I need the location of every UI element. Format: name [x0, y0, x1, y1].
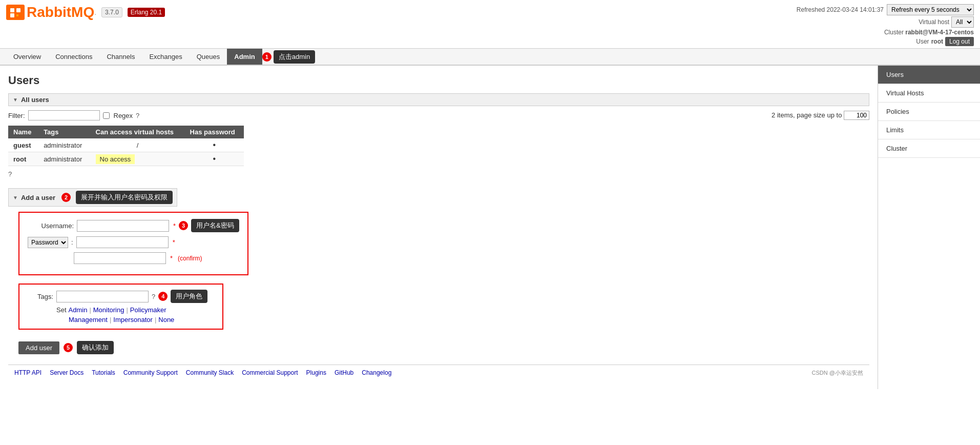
header-right: Refreshed 2022-03-24 14:01:37 Refresh ev…	[797, 4, 974, 46]
col-tags: Tags	[38, 126, 90, 138]
required-star-username: *	[173, 222, 176, 230]
username-row: Username: * 3 用户名&密码	[28, 219, 239, 232]
logout-button[interactable]: Log out	[945, 37, 974, 46]
nav-connections[interactable]: Connections	[48, 49, 99, 65]
items-info: 2 items, page size up to	[772, 111, 869, 120]
nav-queues[interactable]: Queues	[190, 49, 227, 65]
add-user-tooltip: 展开并输入用户名密码及权限	[76, 191, 173, 204]
version-badge: 3.7.0	[101, 7, 122, 17]
footer-community-support[interactable]: Community Support	[123, 369, 178, 377]
all-users-label: All users	[21, 96, 49, 104]
sidebar-item-limits[interactable]: Limits	[878, 121, 980, 139]
col-vhosts: Can access virtual hosts	[91, 126, 185, 138]
arrow-icon: ▼	[13, 97, 18, 103]
user-name-guest[interactable]: guest	[8, 138, 38, 152]
regex-checkbox[interactable]	[103, 112, 110, 119]
nav-admin[interactable]: Admin	[227, 49, 262, 65]
tags-set-row1: Set Admin | Monitoring | Policymaker	[56, 306, 214, 314]
user-row: User root Log out	[797, 37, 974, 46]
user-name-root[interactable]: root	[8, 152, 38, 166]
logo-area: RabbitMQ. 3.7.0 Erlang 20.1	[6, 4, 165, 21]
sidebar-item-policies[interactable]: Policies	[878, 103, 980, 121]
vhost-row: Virtual host All	[797, 16, 974, 28]
footer-commercial-support[interactable]: Commercial Support	[242, 369, 298, 377]
step3-badge: 3	[179, 221, 188, 230]
regex-label: Regex	[114, 112, 133, 119]
tags-form: Tags: ? 4 用户角色 Set Admin | Monitoring |	[18, 284, 223, 330]
filter-input[interactable]	[28, 110, 100, 120]
password-type-select[interactable]: Password Hashed	[28, 237, 68, 248]
add-user-section-header[interactable]: ▼ Add a user 2 展开并输入用户名密码及权限	[8, 188, 177, 207]
svg-rect-1	[16, 8, 20, 12]
footer-github[interactable]: GitHub	[335, 369, 353, 377]
required-star-password: *	[173, 238, 175, 246]
tag-policymaker[interactable]: Policymaker	[130, 306, 166, 314]
content-area: Users ▼ All users Filter: Regex ? 2 item…	[0, 66, 878, 389]
vhost-select[interactable]: All	[951, 16, 974, 28]
footer-server-docs[interactable]: Server Docs	[50, 369, 84, 377]
footer-tutorials[interactable]: Tutorials	[92, 369, 115, 377]
step4-tooltip: 用户角色	[171, 290, 207, 303]
table-row: guest administrator / •	[8, 138, 244, 152]
password-input[interactable]	[76, 236, 169, 248]
sidebar-item-virtual-hosts[interactable]: Virtual Hosts	[878, 84, 980, 103]
footer-changelog[interactable]: Changelog	[362, 369, 391, 377]
tag-monitoring[interactable]: Monitoring	[93, 306, 124, 314]
user-password-root: •	[185, 152, 244, 166]
no-access-badge: No access	[96, 154, 135, 164]
refresh-row: Refreshed 2022-03-24 14:01:37 Refresh ev…	[797, 4, 974, 15]
users-table: Name Tags Can access virtual hosts Has p…	[8, 126, 244, 166]
nav-tooltip-text: 点击admin	[274, 50, 315, 64]
filter-label: Filter:	[8, 112, 25, 119]
password-row: Password Hashed : *	[28, 236, 239, 248]
filter-help[interactable]: ?	[136, 112, 139, 119]
sidebar: Users Virtual Hosts Policies Limits Clus…	[878, 66, 980, 389]
page-size-input[interactable]	[844, 111, 869, 120]
user-vhosts-guest: /	[91, 138, 185, 152]
tag-impersonator[interactable]: Impersonator	[113, 316, 153, 323]
add-user-label: Add a user	[21, 194, 55, 201]
username-label: Username:	[28, 222, 74, 230]
password-label-spacer: :	[71, 238, 73, 246]
footer-plugins[interactable]: Plugins	[306, 369, 326, 377]
logo: RabbitMQ.	[6, 4, 96, 21]
tag-admin[interactable]: Admin	[69, 306, 88, 314]
user-tags-guest: administrator	[38, 138, 90, 152]
step5-tooltip: 确认添加	[77, 341, 114, 354]
password-confirm-input[interactable]	[74, 252, 166, 264]
col-password: Has password	[185, 126, 244, 138]
tags-row: Tags: ? 4 用户角色	[28, 290, 214, 303]
refresh-select[interactable]: Refresh every 5 secondsRefresh every 10 …	[887, 4, 974, 15]
sidebar-item-users[interactable]: Users	[878, 66, 980, 84]
all-users-section-header[interactable]: ▼ All users	[8, 93, 869, 106]
tag-management[interactable]: Management	[69, 316, 108, 323]
nav-overview[interactable]: Overview	[6, 49, 48, 65]
credentials-form: Username: * 3 用户名&密码 Password Hashed :	[18, 212, 248, 275]
confirm-row: * (confirm)	[74, 252, 239, 264]
csdn-credit: CSDN @小幸运安然	[400, 369, 863, 377]
header: RabbitMQ. 3.7.0 Erlang 20.1 Refreshed 20…	[0, 0, 980, 49]
step5-badge: 5	[64, 343, 73, 352]
add-user-section: ▼ Add a user 2 展开并输入用户名密码及权限 Username: *…	[8, 188, 869, 354]
tags-input[interactable]	[56, 291, 149, 302]
footer-http-api[interactable]: HTTP API	[14, 369, 41, 377]
username-input[interactable]	[77, 220, 169, 232]
footer: HTTP API Server Docs Tutorials Community…	[8, 365, 869, 381]
svg-rect-0	[10, 8, 14, 12]
footer-community-slack[interactable]: Community Slack	[186, 369, 234, 377]
logo-icon	[6, 5, 25, 20]
table-row: root administrator No access •	[8, 152, 244, 166]
cluster-label: Cluster	[884, 29, 904, 36]
svg-rect-3	[16, 14, 18, 16]
confirm-label: (confirm)	[178, 255, 202, 262]
tags-label: Tags:	[28, 293, 53, 300]
set-label: Set	[56, 306, 67, 314]
sidebar-item-cluster[interactable]: Cluster	[878, 139, 980, 158]
tags-help[interactable]: ?	[152, 293, 155, 300]
tag-none[interactable]: None	[158, 316, 174, 323]
nav-channels[interactable]: Channels	[99, 49, 142, 65]
table-help[interactable]: ?	[8, 170, 869, 178]
add-user-button[interactable]: Add user	[18, 341, 59, 354]
step2-badge: 2	[61, 193, 71, 202]
nav-exchanges[interactable]: Exchanges	[142, 49, 189, 65]
